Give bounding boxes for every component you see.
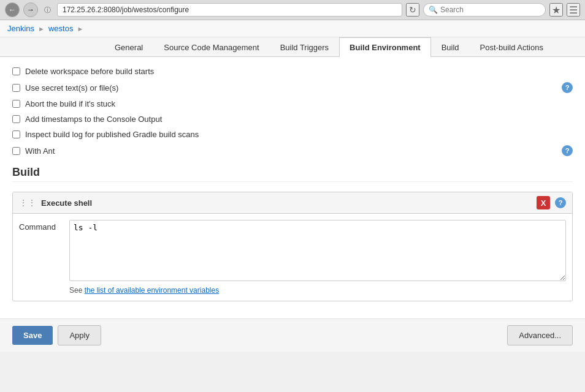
command-textarea[interactable]: ls -l [69, 220, 566, 281]
address-bar[interactable] [57, 3, 402, 17]
execute-shell-help-icon[interactable]: ? [555, 197, 566, 208]
checkbox-row-5: Inspect build log for published Gradle b… [12, 130, 573, 139]
search-input[interactable] [440, 6, 526, 14]
breadcrumb-westos[interactable]: westos [48, 24, 73, 33]
help-icon-secret-text[interactable]: ? [562, 82, 573, 93]
back-button[interactable]: ← [5, 2, 20, 17]
breadcrumb-jenkins[interactable]: Jenkins [7, 24, 34, 33]
execute-shell-body: Command ls -l See the list of available … [13, 214, 572, 301]
build-section-title: Build [12, 166, 573, 182]
env-vars-link-row: See the list of available environment va… [69, 286, 566, 295]
checkbox-label-inspect-gradle: Inspect build log for published Gradle b… [25, 130, 199, 139]
tab-source-code-management[interactable]: Source Code Management [153, 37, 269, 57]
checkbox-label-delete-workspace: Delete workspace before build starts [25, 67, 154, 76]
advanced-button[interactable]: Advanced... [507, 325, 573, 345]
command-label: Command [19, 220, 62, 232]
checkbox-row-1: Delete workspace before build starts [12, 67, 573, 76]
search-icon: 🔍 [429, 6, 438, 14]
browser-chrome: ← → ⓘ ↻ 🔍 ★ ☰ [0, 0, 585, 20]
build-section: Build ⋮⋮ Execute shell X ? Command ls -l… [12, 166, 573, 301]
apply-button[interactable]: Apply [58, 325, 101, 345]
checkbox-row-3: Abort the build if it's stuck [12, 99, 573, 108]
checkbox-delete-workspace[interactable] [12, 67, 20, 75]
execute-shell-box: ⋮⋮ Execute shell X ? Command ls -l See t… [12, 192, 573, 301]
menu-button[interactable]: ☰ [567, 3, 580, 17]
checkbox-abort-stuck[interactable] [12, 100, 20, 108]
checkbox-row-2: Use secret text(s) or file(s) ? [12, 82, 573, 93]
save-button[interactable]: Save [12, 326, 53, 345]
help-icon-with-ant[interactable]: ? [562, 145, 573, 156]
checkbox-row-4: Add timestamps to the Console Output [12, 115, 573, 124]
content-area: Delete workspace before build starts Use… [0, 57, 585, 318]
bottom-bar: Save Apply Advanced... [0, 318, 585, 352]
checkbox-label-with-ant: With Ant [25, 146, 55, 156]
tab-post-build-actions[interactable]: Post-build Actions [470, 37, 554, 57]
checkbox-with-ant[interactable] [12, 147, 20, 155]
checkbox-label-abort-stuck: Abort the build if it's stuck [25, 99, 115, 108]
breadcrumb: Jenkins ► westos ► [0, 20, 585, 37]
forward-button[interactable]: → [23, 2, 38, 17]
info-icon: ⓘ [42, 4, 53, 16]
checkbox-label-secret-text: Use secret text(s) or file(s) [25, 83, 118, 92]
checkbox-timestamps[interactable] [12, 115, 20, 123]
bookmark-button[interactable]: ★ [549, 3, 563, 17]
drag-handle-icon[interactable]: ⋮⋮ [19, 198, 36, 208]
env-vars-link[interactable]: the list of available environment variab… [85, 286, 219, 295]
checkbox-row-6: With Ant ? [12, 145, 573, 156]
execute-shell-title: Execute shell [41, 198, 532, 208]
tab-build-environment[interactable]: Build Environment [339, 37, 431, 57]
checkbox-secret-text[interactable] [12, 84, 20, 92]
env-vars-text: See [69, 286, 85, 295]
checkbox-label-timestamps: Add timestamps to the Console Output [25, 115, 162, 124]
execute-shell-header: ⋮⋮ Execute shell X ? [13, 192, 572, 214]
checkboxes-section: Delete workspace before build starts Use… [12, 67, 573, 156]
command-row: Command ls -l [19, 220, 566, 281]
tab-bar: General Source Code Management Build Tri… [0, 37, 585, 57]
tab-build[interactable]: Build [431, 37, 470, 57]
reload-button[interactable]: ↻ [406, 3, 419, 17]
search-bar-container: 🔍 [423, 3, 546, 17]
breadcrumb-sep-1: ► [38, 25, 45, 32]
checkbox-inspect-gradle[interactable] [12, 130, 20, 138]
breadcrumb-sep-2: ► [77, 25, 83, 32]
tab-build-triggers[interactable]: Build Triggers [270, 37, 339, 57]
execute-shell-close-button[interactable]: X [537, 196, 550, 209]
tab-general[interactable]: General [104, 37, 153, 57]
